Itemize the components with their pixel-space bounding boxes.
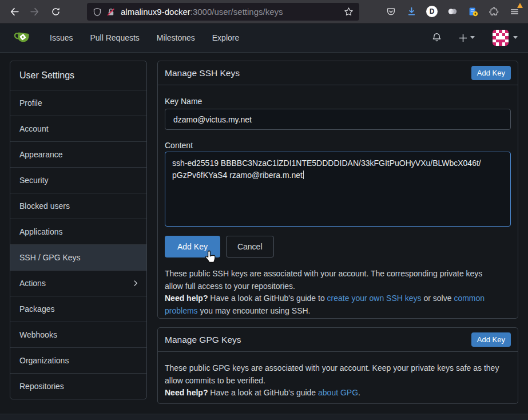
content-textarea[interactable]: ssh-ed25519 BBBBC3NzaC1lZDI1NTE5DDDDIDAN… bbox=[165, 152, 511, 227]
ssh-panel-body: Key Name Content ssh-ed25519 BBBBC3NzaC1… bbox=[158, 85, 518, 318]
nav-link-pull-requests[interactable]: Pull Requests bbox=[90, 33, 139, 42]
sidebar-title: User Settings bbox=[10, 61, 146, 90]
gpg-keys-panel: Manage GPG Keys Add Key These public GPG… bbox=[157, 327, 518, 404]
create-caret-icon[interactable] bbox=[470, 36, 475, 39]
cancel-button[interactable]: Cancel bbox=[226, 236, 274, 257]
duckduckgo-icon: D bbox=[426, 6, 438, 17]
gpg-panel-body: These public GPG keys are associated wit… bbox=[158, 352, 518, 403]
sidebar-item-webhooks[interactable]: Webhooks bbox=[10, 322, 146, 347]
gitea-navbar: Issues Pull Requests Milestones Explore bbox=[0, 23, 528, 53]
gpg-add-key-header-button[interactable]: Add Key bbox=[471, 332, 511, 347]
url-text: almalinux9-docker:3000/user/settings/key… bbox=[121, 7, 283, 17]
nav-link-milestones[interactable]: Milestones bbox=[157, 33, 195, 42]
url-bar[interactable]: almalinux9-docker:3000/user/settings/key… bbox=[87, 3, 359, 21]
content-label: Content bbox=[165, 141, 511, 150]
user-avatar[interactable] bbox=[493, 30, 509, 46]
back-button[interactable] bbox=[5, 2, 23, 21]
sidebar-item-appearance[interactable]: Appearance bbox=[10, 141, 146, 167]
gpg-panel-header: Manage GPG Keys Add Key bbox=[158, 328, 518, 352]
ssh-panel-title: Manage SSH Keys bbox=[165, 68, 240, 78]
settings-sidebar: User Settings Profile Account Appearance… bbox=[10, 61, 147, 399]
bookmark-star-icon[interactable] bbox=[344, 7, 354, 17]
gpg-help-text: These public GPG keys are associated wit… bbox=[165, 362, 501, 399]
page-footer bbox=[0, 414, 528, 420]
sidebar-item-repositories[interactable]: Repositories bbox=[10, 373, 146, 399]
sidebar-item-account[interactable]: Account bbox=[10, 116, 146, 141]
ssh-help-text: These public SSH keys are associated wit… bbox=[165, 268, 501, 317]
browser-toolbar: almalinux9-docker:3000/user/settings/key… bbox=[0, 0, 528, 23]
sidebar-item-security[interactable]: Security bbox=[10, 167, 146, 193]
forward-button[interactable] bbox=[25, 2, 43, 21]
ssh-panel-header: Manage SSH Keys Add Key bbox=[158, 61, 518, 85]
key-name-input[interactable] bbox=[165, 109, 511, 130]
insecure-lock-icon bbox=[106, 7, 116, 17]
reload-button[interactable] bbox=[46, 2, 65, 21]
ssh-add-key-header-button[interactable]: Add Key bbox=[471, 66, 511, 80]
gpg-panel-title: Manage GPG Keys bbox=[165, 335, 241, 345]
menu-button[interactable] bbox=[505, 2, 523, 21]
sidebar-item-profile[interactable]: Profile bbox=[10, 90, 146, 116]
mouse-cursor bbox=[204, 250, 218, 266]
bell-icon bbox=[432, 33, 442, 42]
sidebar-item-organizations[interactable]: Organizations bbox=[10, 347, 146, 373]
containers-extension-button[interactable] bbox=[443, 2, 462, 21]
sidebar-item-blocked-users[interactable]: Blocked users bbox=[10, 193, 146, 219]
download-icon bbox=[407, 7, 416, 17]
downloads-button[interactable] bbox=[402, 2, 420, 21]
sidebar-item-ssh-gpg-keys[interactable]: SSH / GPG Keys bbox=[10, 244, 146, 270]
text-caret bbox=[303, 171, 304, 179]
create-ssh-keys-link[interactable]: create your own SSH keys bbox=[327, 294, 422, 303]
main-content: Manage SSH Keys Add Key Key Name Content… bbox=[157, 61, 518, 413]
back-icon bbox=[10, 7, 19, 17]
update-badge bbox=[517, 3, 523, 8]
save-page-icon bbox=[468, 7, 478, 17]
about-gpg-link[interactable]: about GPG bbox=[318, 388, 358, 397]
nav-link-issues[interactable]: Issues bbox=[50, 33, 73, 42]
sidebar-item-applications[interactable]: Applications bbox=[10, 219, 146, 244]
sidebar-item-packages[interactable]: Packages bbox=[10, 296, 146, 322]
gitea-logo[interactable] bbox=[14, 29, 31, 46]
extensions-button[interactable] bbox=[485, 2, 503, 21]
reload-icon bbox=[51, 7, 61, 17]
ssh-keys-panel: Manage SSH Keys Add Key Key Name Content… bbox=[157, 61, 518, 319]
pocket-button[interactable] bbox=[382, 2, 400, 21]
key-name-label: Key Name bbox=[165, 97, 511, 106]
puzzle-icon bbox=[489, 7, 499, 17]
plus-icon bbox=[459, 34, 467, 42]
duckduckgo-extension-button[interactable]: D bbox=[423, 2, 441, 21]
chevron-right-icon bbox=[132, 279, 140, 287]
pocket-icon bbox=[386, 7, 396, 17]
save-page-extension-button[interactable] bbox=[464, 2, 482, 21]
nav-link-explore[interactable]: Explore bbox=[212, 33, 239, 42]
circles-icon bbox=[447, 7, 458, 16]
create-new-button[interactable] bbox=[459, 34, 467, 42]
notifications-button[interactable] bbox=[432, 33, 442, 42]
shield-icon bbox=[93, 7, 102, 17]
sidebar-item-actions[interactable]: Actions bbox=[10, 270, 146, 296]
user-menu-caret-icon[interactable] bbox=[513, 36, 518, 39]
hamburger-icon bbox=[510, 7, 519, 17]
forward-icon bbox=[30, 7, 39, 17]
nav-links: Issues Pull Requests Milestones Explore bbox=[50, 23, 239, 52]
